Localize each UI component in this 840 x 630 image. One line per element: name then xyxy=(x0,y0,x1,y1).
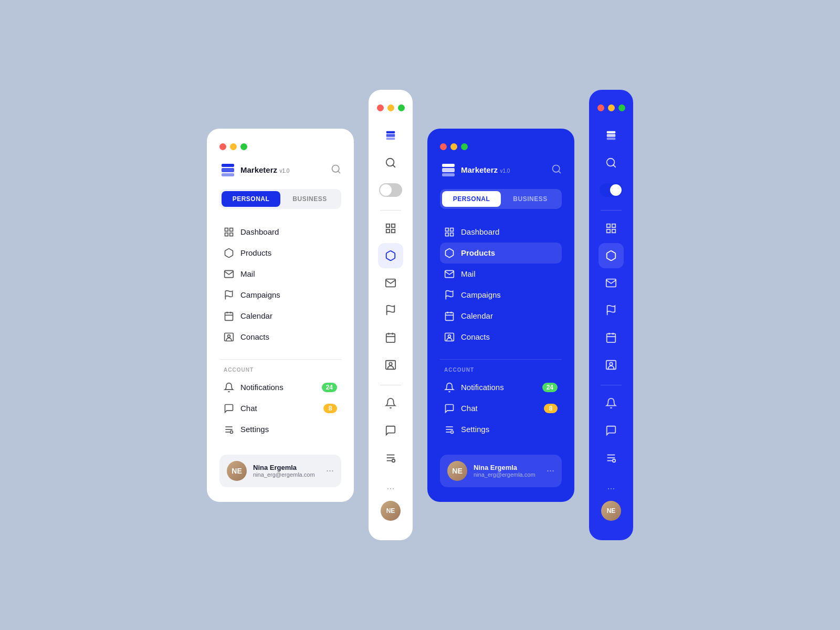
nav-mail-1[interactable]: Mail xyxy=(219,264,341,285)
nav-products-label-3: Products xyxy=(461,248,495,257)
icon-mail-2[interactable] xyxy=(378,270,403,296)
svg-rect-7 xyxy=(230,233,233,236)
svg-rect-45 xyxy=(446,228,449,231)
nav-settings-label-1: Settings xyxy=(240,425,269,434)
dot-red-2 xyxy=(377,104,384,111)
icon-user-avatar-2[interactable]: NE xyxy=(378,498,403,523)
sidebar-light-full: Marketerz v1.0 PERSONAL BUSINESS Dashboa… xyxy=(207,129,354,502)
nav-products-1[interactable]: Products xyxy=(219,243,341,264)
nav-dashboard-1[interactable]: Dashboard xyxy=(219,222,341,243)
logo-icon-3 xyxy=(440,162,457,178)
nav-calendar-label-1: Calendar xyxy=(240,311,272,320)
nav-account-3: Notifications 24 Chat 8 Settings xyxy=(440,377,562,440)
icon-dots-menu-2[interactable]: ··· xyxy=(386,483,394,494)
panel-header-1: Marketerz v1.0 xyxy=(219,162,341,178)
icon-dots-menu-4[interactable]: ··· xyxy=(607,483,615,494)
toggle-switch-2[interactable] xyxy=(379,183,402,197)
icon-user-avatar-4[interactable]: NE xyxy=(598,498,624,523)
svg-rect-25 xyxy=(386,224,390,227)
nav-notifications-1[interactable]: Notifications 24 xyxy=(219,377,341,398)
logo-icon-1 xyxy=(219,162,236,178)
svg-rect-26 xyxy=(392,224,395,227)
svg-point-79 xyxy=(613,459,616,463)
user-info-1: Nina Ergemla nina_erg@ergemla.com xyxy=(253,464,320,478)
icon-contacts-2[interactable] xyxy=(378,352,403,377)
svg-rect-60 xyxy=(607,134,616,137)
icon-search-4[interactable] xyxy=(598,150,624,175)
icon-products-4[interactable] xyxy=(598,243,624,268)
nav-calendar-label-3: Calendar xyxy=(461,311,493,320)
user-menu-dots-1[interactable]: ··· xyxy=(326,465,334,476)
nav-campaigns-3[interactable]: Campaigns xyxy=(440,285,562,306)
search-button-3[interactable] xyxy=(551,164,562,176)
svg-rect-47 xyxy=(450,233,454,236)
icon-toggle-2[interactable] xyxy=(378,177,403,203)
nav-chat-3[interactable]: Chat 8 xyxy=(440,398,562,419)
icon-settings-4[interactable] xyxy=(598,445,624,470)
icon-divider-4b xyxy=(601,385,622,385)
dot-green-3 xyxy=(461,143,468,150)
dot-green-2 xyxy=(398,104,405,111)
icon-toggle-4[interactable] xyxy=(598,177,624,203)
nav-calendar-1[interactable]: Calendar xyxy=(219,306,341,327)
user-menu-dots-3[interactable]: ··· xyxy=(547,465,554,476)
nav-chat-label-3: Chat xyxy=(461,404,478,413)
icon-notifications-2[interactable] xyxy=(378,391,403,416)
svg-rect-2 xyxy=(222,173,234,176)
icon-mail-4[interactable] xyxy=(598,270,624,296)
svg-point-19 xyxy=(230,430,233,433)
svg-rect-27 xyxy=(392,229,395,233)
toggle-switch-4[interactable] xyxy=(600,183,623,197)
avatar-image-1: NE xyxy=(227,461,247,481)
user-info-3: Nina Ergemla nina_erg@ergemla.com xyxy=(474,464,540,478)
nav-settings-3[interactable]: Settings xyxy=(440,419,562,440)
tab-personal-1[interactable]: PERSONAL xyxy=(222,191,280,207)
nav-contacts-label-3: Conacts xyxy=(461,332,490,341)
tab-business-1[interactable]: BUSINESS xyxy=(280,191,339,207)
nav-campaigns-1[interactable]: Campaigns xyxy=(219,285,341,306)
nav-contacts-3[interactable]: Conacts xyxy=(440,327,562,348)
icon-dashboard-2[interactable] xyxy=(378,216,403,241)
nav-mail-label-3: Mail xyxy=(461,269,476,278)
nav-contacts-label-1: Conacts xyxy=(240,332,269,341)
svg-point-59 xyxy=(451,430,454,433)
nav-chat-1[interactable]: Chat 8 xyxy=(219,398,341,419)
nav-calendar-3[interactable]: Calendar xyxy=(440,306,562,327)
icon-chat-2[interactable] xyxy=(378,418,403,443)
icon-chat-4[interactable] xyxy=(598,418,624,443)
dot-green-1 xyxy=(240,143,247,150)
icon-calendar-4[interactable] xyxy=(598,325,624,350)
svg-rect-41 xyxy=(442,164,455,167)
icon-notifications-4[interactable] xyxy=(598,391,624,416)
icon-contacts-4[interactable] xyxy=(598,352,624,377)
svg-point-15 xyxy=(228,334,230,337)
nav-notifications-3[interactable]: Notifications 24 xyxy=(440,377,562,398)
icon-campaigns-4[interactable] xyxy=(598,298,624,323)
user-avatar-1: NE xyxy=(227,461,247,481)
icon-search-2[interactable] xyxy=(378,150,403,175)
nav-settings-label-3: Settings xyxy=(461,425,489,434)
toggle-knob-4 xyxy=(610,184,622,196)
icon-calendar-2[interactable] xyxy=(378,325,403,350)
svg-rect-20 xyxy=(386,134,395,137)
icon-dashboard-4[interactable] xyxy=(598,216,624,241)
sidebar-dark-icon: ··· NE xyxy=(589,90,633,540)
nav-mail-3[interactable]: Mail xyxy=(440,264,562,285)
icon-settings-2[interactable] xyxy=(378,445,403,470)
nav-contacts-1[interactable]: Conacts xyxy=(219,327,341,348)
traffic-lights-4 xyxy=(597,104,625,111)
user-email-3: nina_erg@ergemla.com xyxy=(474,471,540,478)
icon-products-2[interactable] xyxy=(378,243,403,268)
user-name-3: Nina Ergemla xyxy=(474,464,540,471)
tab-personal-3[interactable]: PERSONAL xyxy=(442,191,501,207)
nav-dashboard-3[interactable]: Dashboard xyxy=(440,222,562,243)
user-card-3[interactable]: NE Nina Ergemla nina_erg@ergemla.com ··· xyxy=(440,455,562,487)
nav-products-3[interactable]: Products xyxy=(440,243,562,264)
svg-rect-50 xyxy=(446,312,454,320)
search-button-1[interactable] xyxy=(331,164,341,176)
nav-settings-1[interactable]: Settings xyxy=(219,419,341,440)
svg-rect-21 xyxy=(386,131,395,133)
icon-campaigns-2[interactable] xyxy=(378,298,403,323)
tab-business-3[interactable]: BUSINESS xyxy=(501,191,560,207)
user-card-1[interactable]: NE Nina Ergemla nina_erg@ergemla.com ··· xyxy=(219,455,341,487)
